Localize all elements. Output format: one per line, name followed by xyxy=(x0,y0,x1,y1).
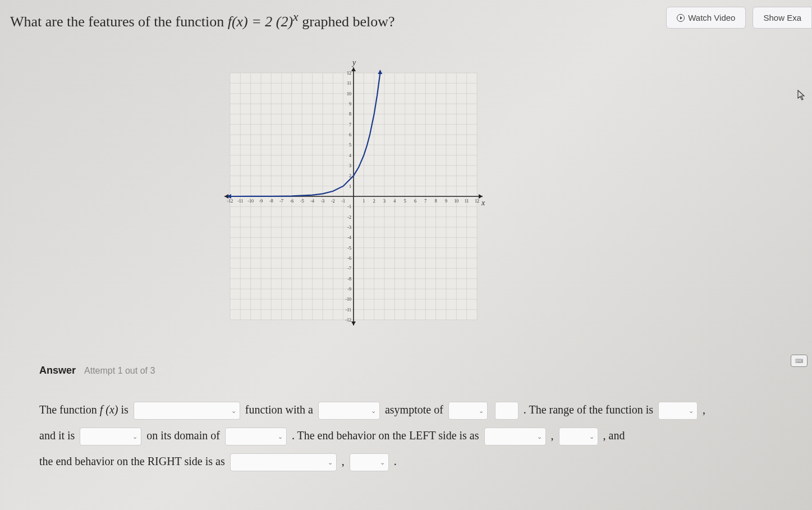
chevron-down-icon: ⌄ xyxy=(132,424,137,449)
answer-heading: Answer Attempt 1 out of 3 xyxy=(39,365,801,376)
svg-text:2: 2 xyxy=(373,199,375,204)
svg-text:10: 10 xyxy=(347,91,351,97)
svg-text:6: 6 xyxy=(349,132,351,137)
svg-text:-2: -2 xyxy=(347,215,351,220)
asymptote-var-select[interactable]: ⌄ xyxy=(448,402,488,420)
svg-text:-5: -5 xyxy=(300,199,304,204)
svg-text:-5: -5 xyxy=(347,246,351,251)
svg-text:11: 11 xyxy=(347,81,351,86)
watch-video-label: Watch Video xyxy=(688,13,735,22)
svg-text:-7: -7 xyxy=(347,266,351,271)
show-examples-label: Show Exa xyxy=(763,13,801,22)
svg-text:-7: -7 xyxy=(279,199,283,204)
svg-text:-8: -8 xyxy=(347,277,351,282)
svg-text:-9: -9 xyxy=(259,199,263,204)
svg-text:-12: -12 xyxy=(227,199,233,204)
svg-text:7: 7 xyxy=(424,199,426,204)
svg-text:-4: -4 xyxy=(347,235,351,240)
svg-text:7: 7 xyxy=(349,122,351,127)
svg-text:9: 9 xyxy=(349,102,351,107)
svg-text:-6: -6 xyxy=(290,199,294,204)
answer-line-1: The function f (x) is ⌄ function with a … xyxy=(39,397,801,422)
function-type-select[interactable]: ⌄ xyxy=(134,402,240,420)
svg-text:10: 10 xyxy=(454,199,458,204)
svg-text:4: 4 xyxy=(393,199,396,204)
svg-text:-11: -11 xyxy=(237,199,243,204)
right-end-x-select[interactable]: ⌄ xyxy=(230,453,337,471)
chevron-down-icon: ⌄ xyxy=(328,449,333,475)
show-examples-button[interactable]: Show Exa xyxy=(753,7,812,29)
svg-marker-105 xyxy=(378,70,382,74)
svg-marker-55 xyxy=(351,67,356,71)
svg-text:8: 8 xyxy=(349,112,351,117)
chevron-down-icon: ⌄ xyxy=(537,424,542,449)
svg-text:11: 11 xyxy=(465,199,469,204)
svg-text:3: 3 xyxy=(383,199,386,204)
chevron-down-icon: ⌄ xyxy=(231,398,236,424)
svg-text:1: 1 xyxy=(363,199,365,204)
svg-text:-10: -10 xyxy=(345,297,351,302)
svg-text:-10: -10 xyxy=(247,199,254,204)
svg-text:-4: -4 xyxy=(310,199,314,204)
cursor-icon xyxy=(797,90,806,104)
chevron-down-icon: ⌄ xyxy=(278,424,283,449)
svg-text:4: 4 xyxy=(349,153,351,158)
svg-text:-3: -3 xyxy=(347,225,351,230)
svg-text:-12: -12 xyxy=(345,318,351,323)
svg-text:-1: -1 xyxy=(341,199,345,204)
x-axis-label: x xyxy=(481,199,485,208)
left-end-x-select[interactable]: ⌄ xyxy=(484,428,546,445)
right-end-y-select[interactable]: ⌄ xyxy=(350,453,389,471)
svg-text:6: 6 xyxy=(414,199,416,204)
attempt-count: Attempt 1 out of 3 xyxy=(84,366,155,375)
watch-video-button[interactable]: Watch Video xyxy=(666,7,746,29)
chevron-down-icon: ⌄ xyxy=(371,398,376,424)
svg-text:5: 5 xyxy=(404,199,406,204)
svg-text:9: 9 xyxy=(445,199,447,204)
chevron-down-icon: ⌄ xyxy=(589,424,594,449)
svg-text:-9: -9 xyxy=(347,287,351,292)
svg-text:-6: -6 xyxy=(347,256,351,261)
asymptote-type-select[interactable]: ⌄ xyxy=(318,402,380,420)
domain-select[interactable]: ⌄ xyxy=(225,428,287,445)
answer-line-3: the end behavior on the RIGHT side is as… xyxy=(39,448,801,474)
chevron-down-icon: ⌄ xyxy=(380,449,385,475)
monotone-select[interactable]: ⌄ xyxy=(80,428,141,445)
asymptote-value-input[interactable] xyxy=(495,402,519,420)
svg-marker-56 xyxy=(351,321,356,325)
play-circle-icon xyxy=(677,14,685,22)
svg-text:5: 5 xyxy=(349,143,351,148)
question-text: What are the features of the function f(… xyxy=(10,10,395,30)
left-end-y-select[interactable]: ⌄ xyxy=(559,428,598,445)
y-axis-label: y xyxy=(352,58,356,67)
svg-text:-3: -3 xyxy=(321,199,325,204)
svg-text:12: 12 xyxy=(347,71,351,76)
svg-text:12: 12 xyxy=(475,199,479,204)
function-graph: -12-11-10-9-8-7-6-5-4-3-2-11234567891011… xyxy=(219,62,488,331)
svg-text:-8: -8 xyxy=(269,199,273,204)
chevron-down-icon: ⌄ xyxy=(479,398,484,424)
svg-text:-11: -11 xyxy=(346,307,351,313)
svg-text:-1: -1 xyxy=(347,204,351,209)
chevron-down-icon: ⌄ xyxy=(689,398,694,424)
svg-marker-53 xyxy=(479,194,483,199)
answer-line-2: and it is ⌄ on its domain of ⌄ . The end… xyxy=(39,422,801,448)
range-select[interactable]: ⌄ xyxy=(658,402,698,420)
svg-text:8: 8 xyxy=(435,199,437,204)
svg-text:-2: -2 xyxy=(331,199,335,204)
svg-text:1: 1 xyxy=(349,184,351,189)
svg-text:3: 3 xyxy=(349,163,351,168)
